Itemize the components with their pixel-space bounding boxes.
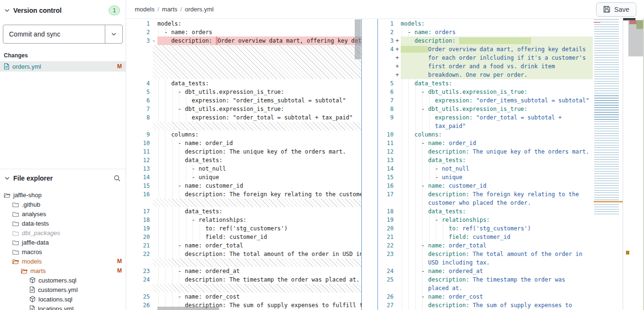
vertical-scrollbar-thumb[interactable] (355, 19, 361, 59)
diff-line[interactable]: 16 - name: customer_id (378, 182, 593, 190)
diff-line[interactable]: 2 - name: orders (126, 28, 361, 36)
diff-line[interactable]: 24 - name: ordered_at (378, 267, 593, 275)
diff-line[interactable]: 27 description: The sum of supply expens… (378, 301, 593, 310)
file-tree-item-locations.sql[interactable]: locations.sql (0, 294, 126, 304)
save-button[interactable]: Save (596, 2, 636, 17)
file-explorer-section: File explorer jaffle-shop.githubanalyses… (0, 169, 126, 310)
code-text: description: The unique key of the order… (401, 147, 593, 156)
diff-line[interactable]: 20 to: ref('stg_customers') (378, 224, 593, 233)
diff-line-added[interactable]: 4+ Order overview data mart, offering ke… (378, 45, 593, 54)
diff-line[interactable]: 11 - name: order_id (378, 139, 593, 147)
file-tree-item-locations.yml[interactable]: locations.yml (0, 304, 126, 310)
diff-line[interactable]: USD including tax. (378, 258, 593, 267)
diff-line-removed[interactable]: 3- description: Order overview data mart… (126, 36, 361, 45)
diff-line[interactable]: 14 - not_null (378, 164, 593, 173)
search-icon[interactable] (113, 174, 121, 182)
file-tree-item-data-tests[interactable]: data-tests (0, 219, 126, 228)
diff-line[interactable]: 25 - name: order_cost (126, 292, 361, 301)
line-number: 12 (378, 147, 394, 156)
diff-line[interactable]: 8 expression: "order_total = subtotal + … (126, 113, 361, 122)
breadcrumb-item-models[interactable]: models (135, 6, 155, 13)
line-number (378, 284, 394, 292)
diff-marker (394, 164, 401, 173)
diff-line-added[interactable]: + breakdown. One row per order. (378, 71, 593, 79)
code-text: Order overview data mart, offering key d… (401, 45, 593, 54)
diff-line[interactable]: 19 - relationships: (378, 216, 593, 224)
breadcrumb-item-orders.yml[interactable]: orders.yml (185, 6, 214, 13)
diff-line[interactable]: 22 description: The total amount of the … (126, 250, 361, 258)
diff-line[interactable]: 19 to: ref('stg_customers') (126, 224, 361, 233)
diff-line[interactable]: 24 description: The timestamp the order … (126, 275, 361, 284)
diff-line[interactable]: 7 expression: "order_items_subtotal = su… (378, 96, 593, 105)
changed-file-orders-yml[interactable]: orders.yml M (0, 61, 126, 72)
code-text: - name: ordered_at (157, 267, 361, 275)
code-text: columns: (401, 130, 593, 139)
file-tree-item-marts[interactable]: martsM (0, 266, 126, 275)
file-tree-item-customers.sql[interactable]: customers.sql (0, 275, 126, 285)
diff-line[interactable]: 20 field: customer_id (126, 233, 361, 241)
diff-line[interactable]: 4 data_tests: (126, 79, 361, 88)
file-tree-item-analyses[interactable]: analyses (0, 209, 126, 219)
diff-line[interactable]: customer who placed the order. (378, 199, 593, 207)
diff-line[interactable]: 13 data_tests: (378, 156, 593, 164)
diff-line[interactable]: 6 - dbt_utils.expression_is_true: (378, 88, 593, 96)
file-tree-item-macros[interactable]: macros (0, 247, 126, 256)
diff-line[interactable]: 23 description: The total amount of the … (378, 250, 593, 258)
diff-line[interactable]: 17 data_tests: (126, 207, 361, 216)
diff-line[interactable]: 18 data_tests: (378, 207, 593, 216)
diff-line[interactable]: 5 - dbt_utils.expression_is_true: (126, 88, 361, 96)
diff-line[interactable]: 13 - not_null (126, 164, 361, 173)
diff-sash[interactable] (361, 19, 378, 310)
code-text: for each order inlcluding if it's a cust… (401, 54, 593, 62)
diff-line[interactable]: 9 expression: "order_total = subtotal + (378, 113, 593, 122)
diff-line[interactable]: 22 - name: order_total (378, 241, 593, 250)
diff-line[interactable]: 1models: (126, 19, 361, 28)
breadcrumb-item-marts[interactable]: marts (162, 6, 178, 13)
diff-line[interactable]: 12 description: The unique key of the or… (378, 147, 593, 156)
diff-line[interactable]: 25 description: The timestamp the order … (378, 275, 593, 284)
diff-line[interactable]: 6 expression: "order_items_subtotal = su… (126, 96, 361, 105)
diff-line[interactable]: 1models: (378, 19, 593, 28)
file-tree-item-jaffle-data[interactable]: jaffle-data (0, 237, 126, 247)
file-tree-item-jaffle-shop[interactable]: jaffle-shop (0, 190, 126, 200)
diff-line[interactable]: 21 field: customer_id (378, 233, 593, 241)
diff-line[interactable]: 15 - name: customer_id (126, 182, 361, 190)
diff-line[interactable]: 11 description: The unique key of the or… (126, 147, 361, 156)
diff-line[interactable]: 8 - dbt_utils.expression_is_true: (378, 105, 593, 113)
file-tree-item-dbt_packages[interactable]: dbt_packages (0, 228, 126, 237)
diff-line[interactable]: 17 description: The foreign key relating… (378, 190, 593, 199)
diff-line[interactable]: 7 - dbt_utils.expression_is_true: (126, 105, 361, 113)
commit-and-sync-button[interactable]: Commit and sync (3, 25, 105, 43)
diff-line[interactable]: tax_paid" (378, 122, 593, 130)
diff-line[interactable]: 12 data_tests: (126, 156, 361, 164)
minimap[interactable] (594, 19, 623, 216)
diff-marker (394, 301, 401, 310)
diff-line[interactable]: 2 - name: orders (378, 28, 593, 36)
diff-line[interactable]: 21 - name: order_total (126, 241, 361, 250)
code-text: description: Order overview data mart, o… (157, 36, 361, 45)
diff-line-added[interactable]: 3+ description: (378, 36, 593, 45)
diff-line[interactable]: 10 columns: (378, 130, 593, 139)
diff-line[interactable]: 26 - name: order_cost (378, 292, 593, 301)
diff-line[interactable]: 14 - unique (126, 173, 361, 182)
version-control-header[interactable]: Version control 1 (0, 0, 126, 21)
file-tree-item-customers.yml[interactable]: customers.yml (0, 285, 126, 294)
diff-line[interactable]: 18 - relationships: (126, 216, 361, 224)
commit-options-button[interactable] (105, 25, 122, 43)
diff-line-added[interactable]: + first order and a food vs. drink item (378, 62, 593, 71)
diff-line[interactable]: 9 columns: (126, 130, 361, 139)
diff-line[interactable]: 23 - name: ordered_at (126, 267, 361, 275)
file-tree-item-models[interactable]: modelsM (0, 256, 126, 266)
diff-line[interactable]: 16 description: The foreign key relating… (126, 190, 361, 199)
diff-line[interactable]: placed at. (378, 284, 593, 292)
diff-marker (150, 139, 157, 147)
diff-line[interactable]: 10 - name: order_id (126, 139, 361, 147)
diff-line[interactable]: 15 - unique (378, 173, 593, 182)
diff-line-added[interactable]: + for each order inlcluding if it's a cu… (378, 54, 593, 62)
file-tree-item-.github[interactable]: .github (0, 200, 126, 209)
diff-line[interactable]: 5 data_tests: (378, 79, 593, 88)
diff-marker (150, 105, 157, 113)
diff-marker (150, 207, 157, 216)
horizontal-scrollbar-thumb[interactable] (157, 307, 219, 310)
file-explorer-header[interactable]: File explorer (0, 169, 126, 187)
